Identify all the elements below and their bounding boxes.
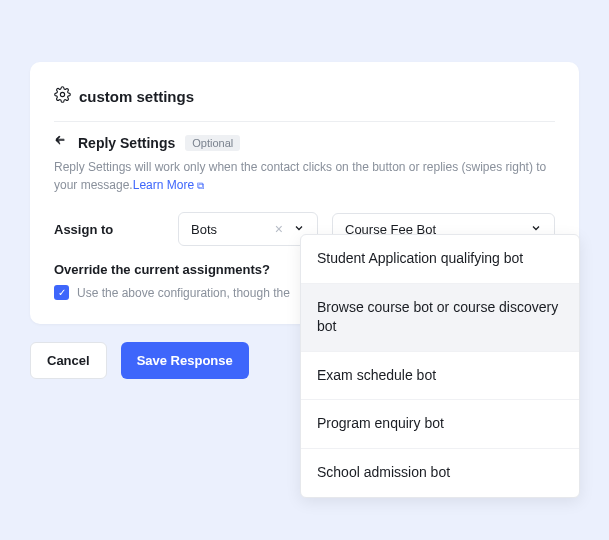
assign-type-select[interactable]: Bots × xyxy=(178,212,318,246)
gear-icon xyxy=(54,86,71,107)
override-checkbox-text: Use the above configuration, though the xyxy=(77,286,290,300)
dropdown-item[interactable]: Exam schedule bot xyxy=(301,352,579,401)
external-link-icon: ⧉ xyxy=(197,180,204,191)
subheader: Reply Settings Optional xyxy=(54,134,555,152)
clear-icon[interactable]: × xyxy=(275,221,283,237)
optional-badge: Optional xyxy=(185,135,240,151)
override-checkbox[interactable]: ✓ xyxy=(54,285,69,300)
assign-label: Assign to xyxy=(54,222,164,237)
svg-point-0 xyxy=(60,92,64,96)
check-icon: ✓ xyxy=(58,288,66,298)
help-text: Reply Settings will work only when the c… xyxy=(54,158,555,194)
card-title: custom settings xyxy=(79,88,194,105)
card-header: custom settings xyxy=(54,86,555,122)
assign-type-value: Bots xyxy=(191,222,217,237)
dropdown-item[interactable]: School admission bot xyxy=(301,449,579,497)
learn-more-link[interactable]: Learn More⧉ xyxy=(133,178,204,192)
help-text-body: Reply Settings will work only when the c… xyxy=(54,160,546,192)
back-arrow-icon[interactable] xyxy=(54,134,68,152)
bot-dropdown-menu: Student Application qualifying bot Brows… xyxy=(300,234,580,498)
save-button[interactable]: Save Response xyxy=(121,342,249,379)
dropdown-item[interactable]: Browse course bot or course discovery bo… xyxy=(301,284,579,352)
dropdown-item[interactable]: Program enquiry bot xyxy=(301,400,579,449)
cancel-button[interactable]: Cancel xyxy=(30,342,107,379)
dropdown-item[interactable]: Student Application qualifying bot xyxy=(301,235,579,284)
subheader-title: Reply Settings xyxy=(78,135,175,151)
